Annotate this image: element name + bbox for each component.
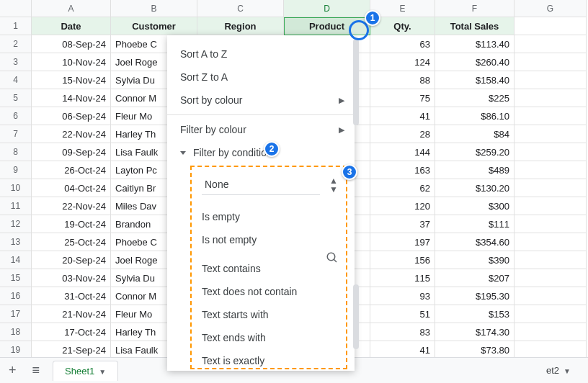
empty-cell[interactable]: [514, 161, 587, 179]
cell-total[interactable]: $84: [435, 125, 514, 143]
cell-date[interactable]: 03-Nov-24: [32, 269, 111, 287]
cell-qty[interactable]: 62: [370, 179, 435, 197]
empty-cell[interactable]: [514, 53, 587, 71]
sort-z-to-a[interactable]: Sort Z to A: [167, 66, 355, 89]
filter-by-colour[interactable]: Filter by colour▶: [167, 118, 355, 141]
tab-dropdown-icon[interactable]: ▼: [99, 368, 106, 376]
cell-total[interactable]: $130.20: [435, 179, 514, 197]
empty-cell[interactable]: [514, 251, 587, 269]
cell-date[interactable]: 04-Oct-24: [32, 179, 111, 197]
cell-total[interactable]: $390: [435, 251, 514, 269]
empty-cell[interactable]: [514, 89, 587, 107]
cell-date[interactable]: 22-Nov-24: [32, 197, 111, 215]
header-date[interactable]: Date: [32, 17, 111, 35]
col-header-E[interactable]: E: [370, 0, 435, 17]
empty-cell[interactable]: [514, 35, 587, 53]
row-header[interactable]: 13: [0, 233, 32, 251]
row-header[interactable]: 8: [0, 143, 32, 161]
row-header[interactable]: 3: [0, 53, 32, 71]
row-header[interactable]: 6: [0, 107, 32, 125]
cond-opt-is-not-empty[interactable]: Is not empty: [192, 228, 346, 251]
cell-qty[interactable]: 163: [370, 161, 435, 179]
empty-cell[interactable]: [514, 269, 587, 287]
search-icon[interactable]: [326, 251, 339, 264]
cell-qty[interactable]: 88: [370, 71, 435, 89]
empty-cell[interactable]: [514, 17, 587, 35]
row-header[interactable]: 5: [0, 89, 32, 107]
cell-total[interactable]: $153: [435, 305, 514, 323]
cell-total[interactable]: $489: [435, 161, 514, 179]
condition-select[interactable]: None ▲▼: [202, 174, 320, 195]
cell-date[interactable]: 20-Sep-24: [32, 251, 111, 269]
select-all-corner[interactable]: [0, 0, 32, 17]
cell-qty[interactable]: 120: [370, 197, 435, 215]
row-header[interactable]: 4: [0, 71, 32, 89]
row-header[interactable]: 18: [0, 323, 32, 341]
cell-date[interactable]: 26-Oct-24: [32, 161, 111, 179]
tab-sheet2[interactable]: et2▼: [535, 361, 582, 380]
add-sheet-button[interactable]: +: [6, 363, 19, 378]
cell-qty[interactable]: 28: [370, 125, 435, 143]
cell-qty[interactable]: 144: [370, 143, 435, 161]
empty-cell[interactable]: [514, 143, 587, 161]
cond-opt-is-empty[interactable]: Is empty: [192, 205, 346, 228]
cell-qty[interactable]: 197: [370, 233, 435, 251]
cond-opt-text-starts[interactable]: Text starts with: [192, 303, 346, 326]
col-header-C[interactable]: C: [197, 0, 284, 17]
row-header[interactable]: 1: [0, 17, 32, 35]
row-header[interactable]: 12: [0, 215, 32, 233]
empty-cell[interactable]: [514, 287, 587, 305]
cond-opt-text-contains[interactable]: Text contains: [192, 257, 346, 280]
cell-total[interactable]: $111: [435, 215, 514, 233]
header-customer[interactable]: Customer: [111, 17, 197, 35]
empty-cell[interactable]: [514, 215, 587, 233]
cell-total[interactable]: $260.40: [435, 53, 514, 71]
sort-a-to-z[interactable]: Sort A to Z: [167, 42, 355, 66]
cell-total[interactable]: $174.30: [435, 323, 514, 341]
cell-qty[interactable]: 37: [370, 215, 435, 233]
cell-total[interactable]: $300: [435, 197, 514, 215]
cell-qty[interactable]: 156: [370, 251, 435, 269]
row-header[interactable]: 11: [0, 197, 32, 215]
cell-date[interactable]: 17-Oct-24: [32, 323, 111, 341]
cond-opt-text-exactly[interactable]: Text is exactly: [192, 349, 346, 368]
cell-date[interactable]: 31-Oct-24: [32, 287, 111, 305]
cell-date[interactable]: 21-Nov-24: [32, 305, 111, 323]
empty-cell[interactable]: [514, 179, 587, 197]
row-header[interactable]: 9: [0, 161, 32, 179]
cell-qty[interactable]: 93: [370, 287, 435, 305]
header-total[interactable]: Total Sales: [435, 17, 514, 35]
row-header[interactable]: 7: [0, 125, 32, 143]
tab-sheet1[interactable]: Sheet1▼: [53, 361, 118, 381]
col-header-A[interactable]: A: [32, 0, 111, 17]
cell-date[interactable]: 09-Sep-24: [32, 143, 111, 161]
empty-cell[interactable]: [514, 305, 587, 323]
cell-total[interactable]: $86.10: [435, 107, 514, 125]
row-header[interactable]: 2: [0, 35, 32, 53]
cell-qty[interactable]: 51: [370, 305, 435, 323]
empty-cell[interactable]: [514, 125, 587, 143]
cell-date[interactable]: 14-Nov-24: [32, 89, 111, 107]
cell-total[interactable]: $207: [435, 269, 514, 287]
all-sheets-button[interactable]: ≡: [30, 363, 43, 378]
cell-date[interactable]: 25-Oct-24: [32, 233, 111, 251]
cell-qty[interactable]: 63: [370, 35, 435, 53]
cell-total[interactable]: $158.40: [435, 71, 514, 89]
cell-total[interactable]: $113.40: [435, 35, 514, 53]
col-header-F[interactable]: F: [435, 0, 514, 17]
cell-date[interactable]: 08-Sep-24: [32, 35, 111, 53]
empty-cell[interactable]: [514, 233, 587, 251]
tab-dropdown-icon[interactable]: ▼: [564, 367, 571, 375]
row-header[interactable]: 10: [0, 179, 32, 197]
row-header[interactable]: 17: [0, 305, 32, 323]
cond-opt-text-ends[interactable]: Text ends with: [192, 326, 346, 349]
col-header-G[interactable]: G: [514, 0, 587, 17]
empty-cell[interactable]: [514, 197, 587, 215]
filter-by-condition[interactable]: Filter by condition: [167, 141, 355, 164]
row-header[interactable]: 16: [0, 287, 32, 305]
panel-scrollbar-thumb[interactable]: [353, 284, 359, 349]
cell-qty[interactable]: 41: [370, 107, 435, 125]
cell-total[interactable]: $354.60: [435, 233, 514, 251]
select-updown-icon[interactable]: ▲▼: [326, 177, 342, 193]
cell-qty[interactable]: 83: [370, 323, 435, 341]
